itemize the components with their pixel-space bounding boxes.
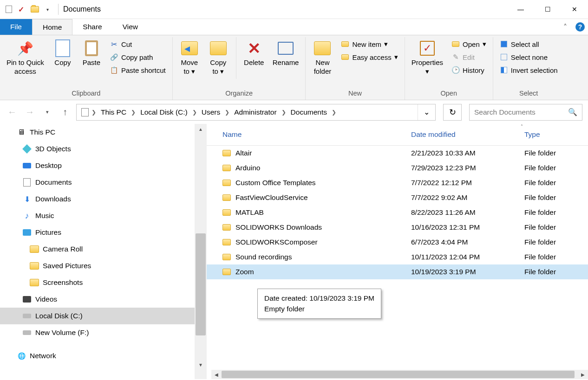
copy-button[interactable]: Copy	[50, 37, 76, 68]
chevron-right-icon[interactable]: ❯	[330, 109, 338, 116]
folder-icon	[222, 269, 231, 275]
qat-dropdown-icon[interactable]: ▾	[46, 7, 49, 12]
horizontal-scrollbar[interactable]: ◀ ▶	[211, 370, 588, 379]
pin-to-quick-access-button[interactable]: Pin to Quick access	[4, 37, 47, 77]
chevron-down-icon: ▾	[384, 40, 388, 48]
scroll-down-button[interactable]: ▼	[195, 360, 207, 370]
location-icon	[80, 108, 90, 116]
easy-access-icon	[341, 53, 349, 61]
folder-icon	[222, 239, 231, 245]
tree-item[interactable]: This PC	[0, 124, 195, 141]
select-none-button[interactable]: Select none	[497, 52, 561, 62]
file-date: 7/7/2022 12:12 PM	[411, 179, 523, 187]
copy-to-button[interactable]: Copy to ▾	[205, 37, 231, 77]
search-icon[interactable]: 🔍	[568, 108, 577, 116]
column-header-type[interactable]: Type	[523, 130, 588, 139]
paste-shortcut-button[interactable]: Paste shortcut	[107, 65, 169, 75]
history-button[interactable]: 🕑History	[449, 65, 489, 75]
delete-button[interactable]: ✕ Delete	[241, 37, 267, 68]
properties-button[interactable]: ✓ Properties▾	[409, 37, 446, 77]
search-box[interactable]: 🔍	[469, 104, 582, 121]
paste-button[interactable]: Paste	[78, 37, 105, 68]
search-input[interactable]	[474, 108, 568, 116]
file-row[interactable]: SOLIDWORKSComposer6/7/2023 4:04 PMFile f…	[207, 235, 588, 250]
scroll-up-button[interactable]: ▲	[195, 124, 207, 134]
tree-item[interactable]: Documents	[0, 174, 195, 191]
tree-item[interactable]: Downloads	[0, 191, 195, 207]
breadcrumb[interactable]: Local Disk (C:)	[137, 108, 190, 116]
breadcrumb[interactable]: Administrator	[231, 108, 279, 116]
file-row[interactable]: Arduino7/29/2023 12:23 PMFile folder	[207, 161, 588, 175]
file-row[interactable]: FastViewCloudService7/7/2022 9:02 AMFile…	[207, 190, 588, 205]
close-button[interactable]: ✕	[561, 0, 588, 19]
qat-checkmark-icon[interactable]: ✓	[16, 4, 26, 14]
tree-item[interactable]: Music	[0, 207, 195, 224]
collapse-ribbon-icon[interactable]: ˄	[558, 19, 572, 35]
help-button[interactable]: ?	[572, 19, 588, 35]
breadcrumb[interactable]: Documents	[288, 108, 330, 116]
pin-icon	[16, 39, 34, 58]
tree-item[interactable]: Screenshots	[0, 274, 195, 291]
chevron-right-icon[interactable]: ❯	[129, 109, 137, 116]
select-all-button[interactable]: Select all	[497, 39, 561, 49]
tab-home[interactable]: Home	[32, 19, 72, 35]
breadcrumb[interactable]: Users	[199, 108, 223, 116]
tree-item[interactable]: Videos	[0, 291, 195, 308]
tab-share[interactable]: Share	[72, 19, 112, 35]
navigation-tree[interactable]: This PC3D ObjectsDesktopDocumentsDownloa…	[0, 124, 195, 379]
tooltip: Date created: 10/19/2023 3:19 PM Empty f…	[257, 289, 381, 319]
maximize-button[interactable]: ☐	[534, 0, 561, 19]
cut-button[interactable]: Cut	[107, 39, 169, 49]
minimize-button[interactable]: —	[507, 0, 534, 19]
chevron-right-icon[interactable]: ❯	[280, 109, 288, 116]
copy-path-button[interactable]: Copy path	[107, 52, 169, 62]
address-dropdown-button[interactable]: ⌄	[418, 104, 435, 120]
tree-item[interactable]: New Volume (F:)	[0, 324, 195, 341]
new-item-button[interactable]: New item ▾	[338, 39, 400, 49]
scroll-right-button[interactable]: ▶	[578, 370, 588, 379]
move-to-button[interactable]: Move to ▾	[176, 37, 203, 77]
tab-file[interactable]: File	[0, 19, 32, 35]
chevron-right-icon[interactable]: ❯	[190, 109, 199, 116]
tree-item[interactable]: Local Disk (C:)	[0, 308, 195, 324]
tree-scrollbar[interactable]: ▲ ▼	[195, 124, 207, 379]
edit-button[interactable]: ✎Edit	[449, 52, 489, 62]
file-row[interactable]: SOLIDWORKS Downloads10/16/2023 12:31 PMF…	[207, 220, 588, 235]
qat-properties-icon[interactable]	[4, 4, 14, 14]
recent-locations-button[interactable]: ▾	[41, 106, 54, 119]
tree-item[interactable]: 3D Objects	[0, 141, 195, 157]
forward-button[interactable]: →	[23, 106, 36, 119]
open-button[interactable]: Open ▾	[449, 39, 489, 49]
chevron-right-icon[interactable]: ❯	[90, 109, 98, 116]
tree-item[interactable]: Desktop	[0, 157, 195, 174]
back-button[interactable]: ←	[6, 106, 19, 119]
easy-access-button[interactable]: Easy access ▾	[338, 52, 400, 62]
up-button[interactable]: ↑	[59, 106, 72, 119]
paste-icon	[82, 39, 101, 58]
file-row[interactable]: Sound recordings10/11/2023 12:04 PMFile …	[207, 250, 588, 264]
new-folder-button[interactable]: New folder	[309, 37, 335, 77]
file-row[interactable]: Zoom10/19/2023 3:19 PMFile folder	[207, 264, 588, 279]
tab-view[interactable]: View	[112, 19, 148, 35]
tree-item[interactable]: Saved Pictures	[0, 258, 195, 274]
file-row[interactable]: Altair2/21/2023 10:33 AMFile folder	[207, 146, 588, 161]
file-type: File folder	[523, 253, 588, 261]
file-row[interactable]: Custom Office Templates7/7/2022 12:12 PM…	[207, 175, 588, 190]
breadcrumb[interactable]: This PC	[98, 108, 129, 116]
scrollbar-thumb[interactable]	[196, 233, 206, 335]
address-bar[interactable]: ❯ This PC ❯ Local Disk (C:) ❯ Users ❯ Ad…	[76, 104, 436, 121]
scroll-left-button[interactable]: ◀	[211, 370, 222, 379]
column-header-date[interactable]: Date modified	[411, 130, 523, 139]
scrollbar-thumb[interactable]	[222, 371, 575, 378]
file-date: 2/21/2023 10:33 AM	[411, 149, 523, 157]
chevron-right-icon[interactable]: ❯	[223, 109, 231, 116]
file-date: 7/7/2022 9:02 AM	[411, 193, 523, 202]
invert-selection-button[interactable]: Invert selection	[497, 65, 561, 75]
refresh-button[interactable]: ↻	[443, 104, 462, 121]
tree-item[interactable]: Network	[0, 348, 195, 364]
tree-item[interactable]: Camera Roll	[0, 241, 195, 258]
rename-button[interactable]: Rename	[270, 37, 302, 68]
column-header-name[interactable]: Name	[207, 130, 411, 139]
file-row[interactable]: MATLAB8/22/2023 11:26 AMFile folder	[207, 205, 588, 220]
tree-item[interactable]: Pictures	[0, 224, 195, 241]
